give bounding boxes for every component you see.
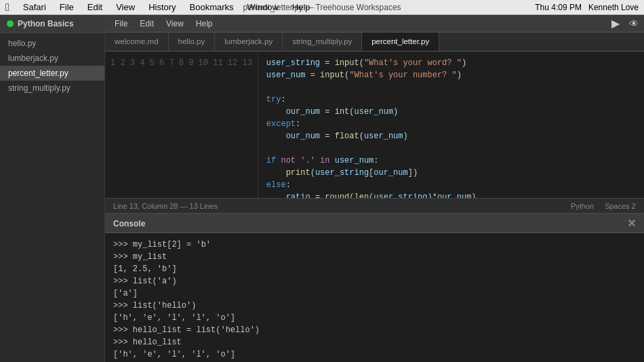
- sidebar-file-string-multiply[interactable]: string_multiply.py: [0, 81, 104, 96]
- status-bar: Line 13, Column 28 — 13 Lines Python Spa…: [105, 198, 644, 213]
- code-editor: 1 2 3 4 5 6 7 8 9 10 11 12 13 user_strin…: [105, 52, 644, 213]
- editor-area: File Edit View Help ▶ 👁 welcome.md hello…: [105, 15, 644, 362]
- apple-menu[interactable]: : [5, 1, 9, 14]
- menu-bar:  Safari File Edit View History Bookmark…: [0, 0, 644, 15]
- indentation-indicator: Spaces 2: [605, 202, 636, 210]
- preview-button[interactable]: 👁: [629, 18, 639, 29]
- sidebar-file-lumberjack[interactable]: lumberjack.py: [0, 51, 104, 66]
- toolbar-view[interactable]: View: [162, 18, 188, 30]
- editor-tabs: welcome.md hello.py lumberjack.py string…: [105, 33, 644, 52]
- line-numbers: 1 2 3 4 5 6 7 8 9 10 11 12 13: [105, 52, 258, 198]
- project-name: Python Basics: [18, 19, 74, 28]
- menu-history[interactable]: History: [146, 1, 178, 13]
- toolbar-help[interactable]: Help: [192, 18, 217, 30]
- console-title: Console: [113, 219, 145, 228]
- tab-lumberjack[interactable]: lumberjack.py: [215, 33, 283, 51]
- menu-edit[interactable]: Edit: [85, 1, 105, 13]
- sidebar-header: Python Basics: [0, 15, 104, 33]
- code-content[interactable]: 1 2 3 4 5 6 7 8 9 10 11 12 13 user_strin…: [105, 52, 644, 198]
- menu-bookmarks[interactable]: Bookmarks: [187, 1, 237, 13]
- code-lines[interactable]: user_string = input("What's your word? "…: [258, 52, 644, 198]
- tab-string-multiply[interactable]: string_multiply.py: [283, 33, 362, 51]
- sidebar-file-percent-letter[interactable]: percent_letter.py: [0, 66, 104, 81]
- menu-file[interactable]: File: [57, 1, 77, 13]
- menu-user: Kenneth Love: [588, 3, 639, 12]
- console-panel: Console ✕ >>> my_list[2] = 'b' >>> my_li…: [105, 213, 644, 362]
- sidebar-file-hello[interactable]: hello.py: [0, 36, 104, 51]
- sidebar-indicator: [7, 20, 14, 27]
- sidebar: Python Basics hello.py lumberjack.py per…: [0, 15, 105, 362]
- tab-welcome[interactable]: welcome.md: [105, 33, 169, 51]
- console-output[interactable]: >>> my_list[2] = 'b' >>> my_list [1, 2.5…: [105, 233, 644, 362]
- run-button[interactable]: ▶: [611, 17, 620, 30]
- menu-safari[interactable]: Safari: [20, 1, 49, 13]
- toolbar-file[interactable]: File: [110, 18, 132, 30]
- tab-percent-letter[interactable]: percent_letter.py: [362, 33, 439, 52]
- menu-time: Thu 4:09 PM: [535, 3, 582, 12]
- menu-view[interactable]: View: [113, 1, 138, 13]
- editor-toolbar: File Edit View Help ▶ 👁: [105, 15, 644, 33]
- window-title: percent_letter.py — Treehouse Workspaces: [243, 3, 401, 12]
- tab-hello[interactable]: hello.py: [169, 33, 216, 51]
- console-header: Console ✕: [105, 214, 644, 233]
- cursor-position: Line 13, Column 28 — 13 Lines: [113, 202, 218, 210]
- language-indicator: Python: [571, 202, 594, 210]
- toolbar-edit[interactable]: Edit: [136, 18, 158, 30]
- file-list: hello.py lumberjack.py percent_letter.py…: [0, 33, 104, 98]
- console-close-button[interactable]: ✕: [627, 218, 636, 229]
